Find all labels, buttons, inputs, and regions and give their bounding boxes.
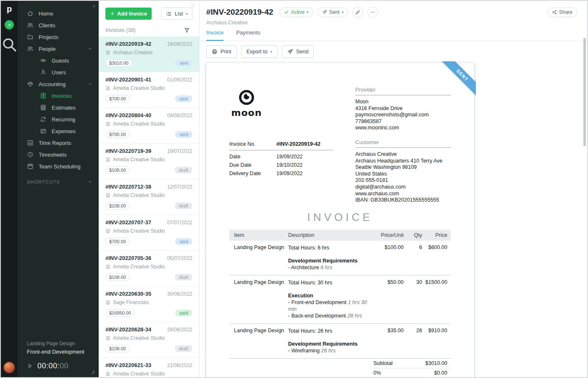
edit-button[interactable] <box>352 7 363 18</box>
check-icon <box>284 10 289 15</box>
sidebar-item-label: Clients <box>39 22 55 29</box>
sidebar-item-accounting[interactable]: Accounting <box>18 78 99 90</box>
chevron-up-icon <box>87 46 93 52</box>
invoice-number: #INV-20220628-34 <box>105 326 151 333</box>
invoice-list-item[interactable]: #INV-20220628-3428/06/2022Ameba Creative… <box>99 322 199 358</box>
sidebar-item-label: Team Scheduling <box>39 163 81 170</box>
user-avatar[interactable] <box>4 362 15 373</box>
sidebar-item-label: Home <box>39 10 53 17</box>
sidebar-item-label: Time Reports <box>39 140 71 146</box>
sidebar-item-label: Estimates <box>52 105 76 111</box>
building-icon <box>105 228 110 234</box>
meta-row: Delivery Date19/09/2022 <box>229 169 333 178</box>
invoice-number: #INV-20220719-39 <box>105 148 151 154</box>
customer-line: digital@archaius.com <box>355 184 451 191</box>
meta-row: Invoice No.#INV-20220919-42 <box>229 140 333 150</box>
sidebar-item-team-scheduling[interactable]: Team Scheduling <box>18 160 99 172</box>
invoice-number: #INV-20220630-35 <box>105 291 151 297</box>
shortcuts-header[interactable]: SHORTCUTS <box>18 172 99 184</box>
filter-icon[interactable] <box>184 27 190 33</box>
invoice-client: Ameba Creative Studio <box>113 121 165 127</box>
building-icon <box>105 86 110 91</box>
sidebar: « HomeClientsProjectsPeopleGuestsUsersAc… <box>18 1 99 377</box>
panel-drag-handle-icon[interactable] <box>191 3 195 8</box>
play-icon[interactable] <box>27 363 33 369</box>
status-sent-dropdown[interactable]: Sent ▾ <box>318 8 348 17</box>
add-invoice-button[interactable]: Add Invoice <box>105 8 152 20</box>
building-icon <box>105 264 110 269</box>
item-name: Landing Page Design <box>229 279 288 319</box>
invoice-list-item[interactable]: #INV-20220707-3707/07/2022Ameba Creative… <box>99 215 199 251</box>
provider-heading: Provider <box>355 87 451 95</box>
detail-content: Print Export to ▾ Send SENT moon <box>200 41 587 377</box>
item-price-unit: $100.00 <box>374 244 404 271</box>
sidebar-item-people[interactable]: People <box>18 43 99 55</box>
status-badge: sent <box>175 131 192 138</box>
export-dropdown[interactable]: Export to ▾ <box>241 45 278 58</box>
status-badge: sent <box>175 95 192 102</box>
settings-wrench-icon[interactable] <box>91 370 96 375</box>
invoice-list-item[interactable]: #INV-20220719-3919/07/2022Ameba Creative… <box>99 144 199 179</box>
sidebar-item-home[interactable]: Home <box>18 8 99 19</box>
invoice-list-item[interactable]: #INV-20220712-3812/07/2022Ameba Creative… <box>99 179 199 215</box>
provider-line: Moon <box>355 99 451 105</box>
scrollbar[interactable] <box>583 38 586 146</box>
column-header: Description <box>288 232 374 238</box>
sidebar-item-invoices[interactable]: Invoices <box>18 90 99 102</box>
sidebar-item-users[interactable]: Users <box>18 66 99 78</box>
send-button[interactable]: Send <box>282 45 314 58</box>
status-active-dropdown[interactable]: Active ▾ <box>279 8 313 17</box>
column-header: Qty <box>404 232 422 238</box>
status-badge: draft <box>175 202 192 209</box>
item-qty: 6 <box>404 244 422 271</box>
sidebar-item-projects[interactable]: Projects <box>18 31 99 43</box>
more-button[interactable] <box>368 7 378 18</box>
tab-invoice[interactable]: Invoice <box>206 29 223 41</box>
sidebar-item-estimates[interactable]: Estimates <box>18 102 99 113</box>
customer-line: Archaius Headquarters 410 Terry Ave <box>355 158 451 165</box>
moon-logo-text: moon <box>229 108 264 118</box>
sidebar-item-timesheets[interactable]: Timesheets <box>18 149 99 160</box>
print-button[interactable]: Print <box>206 45 237 58</box>
provider-line: 4316 Fernside Drive <box>355 105 451 112</box>
chevron-up-icon <box>87 81 93 87</box>
item-description: Total Hours: 26 hrsDevelopment Requireme… <box>288 328 374 354</box>
item-price: $910.00 <box>422 328 451 354</box>
invoice-date: 12/07/2022 <box>167 184 192 190</box>
collapse-sidebar-icon[interactable]: « <box>92 3 95 9</box>
sidebar-item-expenses[interactable]: Expenses <box>18 125 99 137</box>
view-mode-dropdown[interactable]: List ▾ <box>161 8 192 20</box>
invoice-title: #INV-20220919-42 <box>206 8 273 17</box>
tab-payments[interactable]: Payments <box>236 29 260 41</box>
pencil-icon <box>355 10 360 15</box>
invoice-list-item[interactable]: #INV-20220804-4004/08/2022Ameba Creative… <box>99 108 199 144</box>
invoice-list-item[interactable]: #INV-20220901-4101/09/2022Ameba Creative… <box>99 72 199 108</box>
invoice-date: 19/07/2022 <box>167 148 192 154</box>
invoice-meta: Invoice No.#INV-20220919-42Date19/09/202… <box>229 140 333 178</box>
invoice-list-item[interactable]: #INV-20220705-3605/07/2022Ameba Creative… <box>99 251 199 286</box>
paymo-logo[interactable]: p <box>7 4 12 13</box>
item-description: Total Hours: 6 hrsDevelopment Requiremen… <box>288 244 374 271</box>
search-button[interactable] <box>1 36 18 53</box>
invoice-number: #INV-20220804-40 <box>105 112 151 118</box>
totals-block: Subtotal$3010.000%$0.00Total$3010.00 <box>370 359 451 377</box>
invoice-amount-badge: $108.00 <box>105 202 130 210</box>
sidebar-item-guests[interactable]: Guests <box>18 55 99 66</box>
invoice-list-item[interactable]: #INV-20220919-4219/09/2022Archaius Creat… <box>99 37 199 72</box>
timesheets-icon <box>27 151 34 158</box>
paper-plane-icon <box>322 10 327 15</box>
chevron-down-icon <box>87 179 93 184</box>
sidebar-item-clients[interactable]: Clients <box>18 19 99 31</box>
timer-task: Front-end Development <box>27 349 92 355</box>
sidebar-item-time-reports[interactable]: Time Reports <box>18 137 99 149</box>
quick-add-button[interactable] <box>5 20 14 29</box>
customer-block: Customer Archaius CreativeArchaius Headq… <box>355 139 451 204</box>
invoice-list-item[interactable]: #INV-20220621-3321/06/2022Ameba Creative… <box>99 358 199 377</box>
clients-icon <box>27 22 34 29</box>
column-header: Price <box>422 232 451 238</box>
invoice-date: 01/09/2022 <box>167 77 192 83</box>
sidebar-item-recurring[interactable]: Recurring <box>18 113 99 125</box>
share-button[interactable]: Share <box>547 8 577 17</box>
invoice-list-item[interactable]: #INV-20220630-3530/06/2022Sage Financial… <box>99 286 199 322</box>
line-items-table: ItemDescriptionPrice/UnitQtyPrice Landin… <box>229 230 451 377</box>
